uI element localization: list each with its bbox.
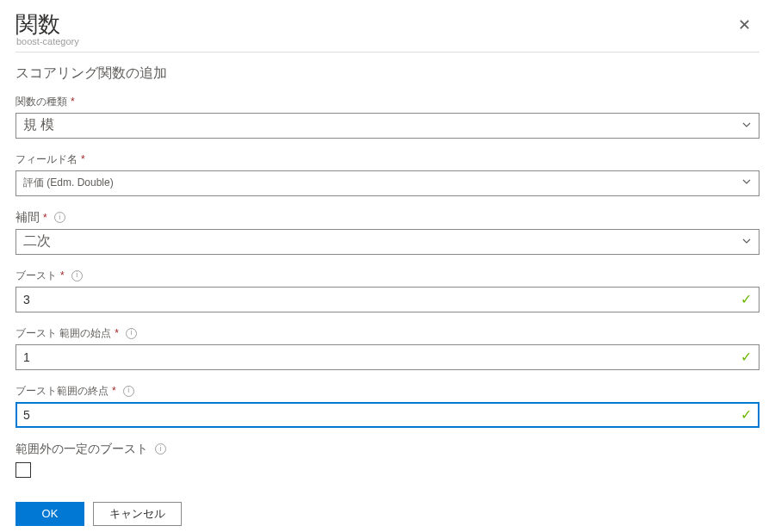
select-field-name[interactable]: 評価 (Edm. Double) [16,170,760,196]
select-function-type-value: 規 模 [23,116,54,134]
select-interpolation[interactable]: 二次 [16,229,760,255]
required-indicator: * [71,96,75,108]
required-indicator: * [43,212,47,224]
checkmark-icon: ✓ [735,291,752,307]
info-icon[interactable]: i [71,270,83,281]
header-divider [16,52,760,53]
chevron-down-icon [741,176,752,189]
cancel-button[interactable]: キャンセル [93,502,182,526]
required-indicator: * [115,327,119,339]
info-icon[interactable]: i [155,443,166,455]
chevron-down-icon [741,118,752,133]
close-icon: ✕ [738,16,751,34]
field-boost-range-start: ブースト 範囲の始点 * i ✓ [16,326,760,370]
select-interpolation-value: 二次 [23,232,51,251]
page-subtitle: boost-category [16,36,79,46]
title-block: 関数 boost-category [16,12,79,46]
chevron-down-icon [741,234,752,250]
required-indicator: * [112,385,116,397]
input-boost-range-end[interactable] [23,408,735,422]
button-row: OK キャンセル [16,502,760,526]
info-icon[interactable]: i [126,328,137,339]
field-field-name: フィールド名 * 評価 (Edm. Double) [16,152,760,196]
input-boost-range-start-wrap: ✓ [16,344,760,370]
close-button[interactable]: ✕ [729,12,760,38]
input-boost[interactable] [23,293,735,306]
info-icon[interactable]: i [54,212,65,223]
checkmark-icon: ✓ [735,349,752,365]
label-boost-range-end: ブースト範囲の終点 [16,384,108,399]
ok-button[interactable]: OK [16,502,84,526]
input-boost-wrap: ✓ [16,287,760,312]
label-field-name: フィールド名 [16,152,78,167]
field-constant-boost-outside: 範囲外の一定のブースト i [16,442,760,481]
required-indicator: * [60,269,65,281]
input-boost-range-end-wrap: ✓ [16,402,760,428]
page-title: 関数 [16,12,79,38]
info-icon[interactable]: i [123,386,134,397]
label-boost: ブースト [16,269,57,283]
checkbox-constant-boost-outside[interactable] [16,462,31,478]
label-boost-range-start: ブースト 範囲の始点 [16,326,111,341]
field-function-type: 関数の種類 * 規 模 [16,95,760,139]
panel-header: 関数 boost-category ✕ [16,12,760,46]
field-boost-range-end: ブースト範囲の終点 * i ✓ [16,384,760,428]
section-title: スコアリング関数の追加 [16,65,760,83]
label-constant-boost-outside: 範囲外の一定のブースト [16,442,148,457]
label-function-type: 関数の種類 [16,95,67,109]
field-interpolation: 補間 * i 二次 [16,210,760,255]
input-boost-range-start[interactable] [23,350,735,364]
checkmark-icon: ✓ [735,406,752,423]
label-interpolation: 補間 [16,210,40,226]
select-function-type[interactable]: 規 模 [16,113,760,139]
required-indicator: * [81,153,85,165]
field-boost: ブースト * i ✓ [16,269,760,312]
select-field-name-value: 評価 (Edm. Double) [23,176,114,190]
